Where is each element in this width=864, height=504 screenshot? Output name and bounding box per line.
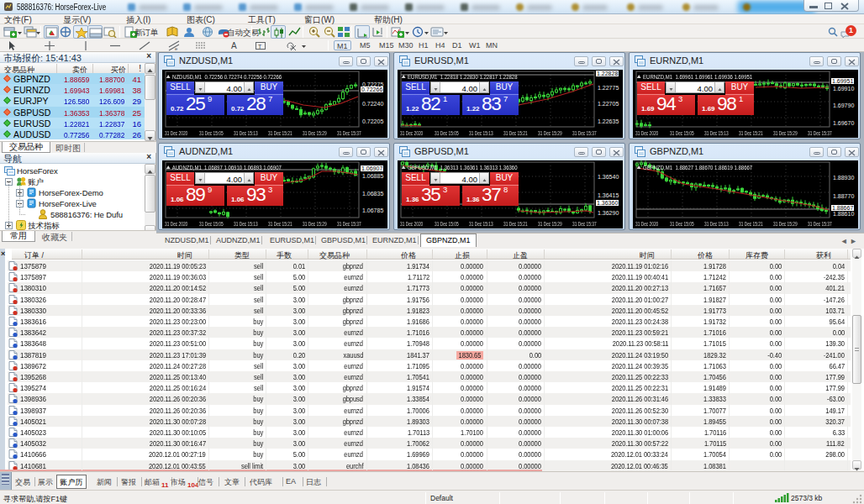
- svg-text:e: e: [175, 46, 178, 51]
- svg-text:T: T: [258, 44, 262, 50]
- svg-text:A: A: [231, 41, 237, 50]
